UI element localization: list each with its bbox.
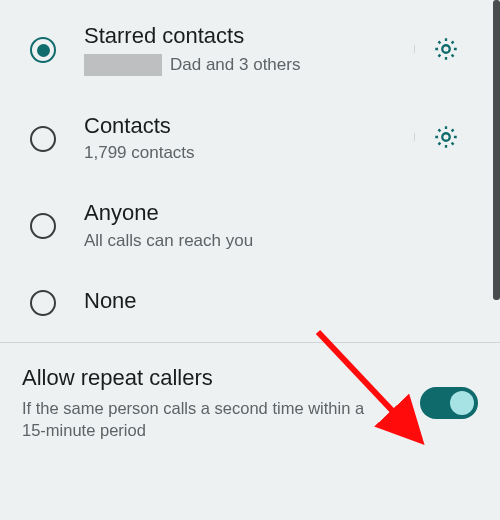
svg-point-1 <box>442 134 449 141</box>
option-row-contacts[interactable]: Contacts 1,799 contacts <box>0 96 500 184</box>
toggle-knob <box>450 391 474 415</box>
option-subtitle: 1,799 contacts <box>84 143 404 163</box>
gear-icon[interactable] <box>432 35 460 63</box>
repeat-callers-row[interactable]: Allow repeat callers If the same person … <box>0 343 500 466</box>
repeat-desc: If the same person calls a second time w… <box>22 397 382 442</box>
radio-contacts[interactable] <box>30 126 56 152</box>
radio-anyone[interactable] <box>30 213 56 239</box>
option-title: Starred contacts <box>84 22 404 50</box>
radio-starred[interactable] <box>30 37 56 63</box>
divider-vertical <box>414 133 415 141</box>
option-title: None <box>84 287 404 315</box>
repeat-title: Allow repeat callers <box>22 365 408 391</box>
option-subtitle: Dad and 3 others <box>84 54 404 76</box>
radio-none[interactable] <box>30 290 56 316</box>
caller-options-list: Starred contacts Dad and 3 others Contac… <box>0 0 500 342</box>
option-title: Contacts <box>84 112 404 140</box>
scrollbar[interactable] <box>493 0 500 300</box>
option-row-anyone[interactable]: Anyone All calls can reach you <box>0 183 500 271</box>
gear-icon[interactable] <box>432 123 460 151</box>
option-row-starred[interactable]: Starred contacts Dad and 3 others <box>0 6 500 96</box>
divider-vertical <box>414 45 415 53</box>
option-title: Anyone <box>84 199 404 227</box>
option-subtitle: All calls can reach you <box>84 231 404 251</box>
repeat-toggle[interactable] <box>420 387 478 419</box>
redacted-name <box>84 54 162 76</box>
option-row-none[interactable]: None <box>0 271 500 342</box>
svg-point-0 <box>442 45 449 52</box>
